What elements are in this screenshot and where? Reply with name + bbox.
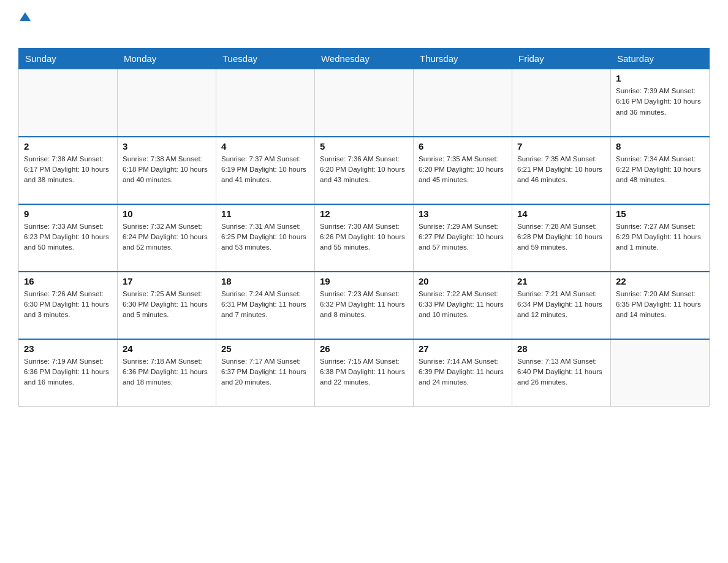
day-info: Sunrise: 7:25 AM Sunset: 6:30 PM Dayligh…	[123, 289, 211, 321]
calendar-week-row: 23Sunrise: 7:19 AM Sunset: 6:36 PM Dayli…	[19, 339, 710, 407]
calendar-week-row: 2Sunrise: 7:38 AM Sunset: 6:17 PM Daylig…	[19, 137, 710, 204]
day-info: Sunrise: 7:31 AM Sunset: 6:25 PM Dayligh…	[221, 221, 309, 253]
day-number: 24	[123, 343, 211, 354]
calendar-week-row: 1Sunrise: 7:39 AM Sunset: 6:16 PM Daylig…	[19, 69, 710, 137]
day-number: 19	[320, 276, 408, 286]
day-info: Sunrise: 7:27 AM Sunset: 6:29 PM Dayligh…	[616, 221, 704, 253]
day-info: Sunrise: 7:36 AM Sunset: 6:20 PM Dayligh…	[320, 154, 408, 186]
day-of-week-header: Wednesday	[315, 48, 414, 69]
day-info: Sunrise: 7:38 AM Sunset: 6:18 PM Dayligh…	[123, 154, 211, 186]
calendar-day-cell: 25Sunrise: 7:17 AM Sunset: 6:37 PM Dayli…	[216, 339, 315, 407]
day-info: Sunrise: 7:23 AM Sunset: 6:32 PM Dayligh…	[320, 289, 408, 321]
calendar-day-cell: 22Sunrise: 7:20 AM Sunset: 6:35 PM Dayli…	[611, 272, 710, 339]
day-info: Sunrise: 7:18 AM Sunset: 6:36 PM Dayligh…	[123, 356, 211, 388]
day-of-week-header: Saturday	[611, 48, 710, 69]
day-of-week-header: Thursday	[414, 48, 512, 69]
calendar-day-cell: 28Sunrise: 7:13 AM Sunset: 6:40 PM Dayli…	[512, 339, 611, 407]
calendar-day-cell: 26Sunrise: 7:15 AM Sunset: 6:38 PM Dayli…	[315, 339, 414, 407]
calendar-day-cell: 21Sunrise: 7:21 AM Sunset: 6:34 PM Dayli…	[512, 272, 611, 339]
day-number: 5	[320, 141, 408, 151]
calendar-day-cell: 14Sunrise: 7:28 AM Sunset: 6:28 PM Dayli…	[512, 204, 611, 272]
day-number: 20	[419, 276, 507, 286]
calendar-day-cell: 6Sunrise: 7:35 AM Sunset: 6:20 PM Daylig…	[414, 137, 512, 204]
day-number: 28	[517, 343, 605, 354]
day-info: Sunrise: 7:28 AM Sunset: 6:28 PM Dayligh…	[517, 221, 605, 253]
calendar-day-cell: 16Sunrise: 7:26 AM Sunset: 6:30 PM Dayli…	[19, 272, 118, 339]
day-of-week-header: Monday	[118, 48, 216, 69]
day-number: 22	[616, 276, 704, 286]
day-number: 11	[221, 209, 309, 219]
calendar-table: SundayMondayTuesdayWednesdayThursdayFrid…	[18, 48, 710, 407]
day-info: Sunrise: 7:17 AM Sunset: 6:37 PM Dayligh…	[221, 356, 309, 388]
day-info: Sunrise: 7:19 AM Sunset: 6:36 PM Dayligh…	[24, 356, 112, 388]
calendar-day-cell: 19Sunrise: 7:23 AM Sunset: 6:32 PM Dayli…	[315, 272, 414, 339]
calendar-day-cell	[611, 339, 710, 407]
day-info: Sunrise: 7:20 AM Sunset: 6:35 PM Dayligh…	[616, 289, 704, 321]
calendar-day-cell: 24Sunrise: 7:18 AM Sunset: 6:36 PM Dayli…	[118, 339, 216, 407]
calendar-day-cell: 12Sunrise: 7:30 AM Sunset: 6:26 PM Dayli…	[315, 204, 414, 272]
calendar-day-cell: 13Sunrise: 7:29 AM Sunset: 6:27 PM Dayli…	[414, 204, 512, 272]
calendar-day-cell: 11Sunrise: 7:31 AM Sunset: 6:25 PM Dayli…	[216, 204, 315, 272]
calendar-day-cell	[512, 69, 611, 137]
calendar-day-cell	[19, 69, 118, 137]
calendar-day-cell	[315, 69, 414, 137]
day-number: 12	[320, 209, 408, 219]
day-info: Sunrise: 7:24 AM Sunset: 6:31 PM Dayligh…	[221, 289, 309, 321]
day-info: Sunrise: 7:35 AM Sunset: 6:20 PM Dayligh…	[419, 154, 507, 186]
day-of-week-header: Tuesday	[216, 48, 315, 69]
day-info: Sunrise: 7:33 AM Sunset: 6:23 PM Dayligh…	[24, 221, 112, 253]
calendar-day-cell	[414, 69, 512, 137]
day-info: Sunrise: 7:32 AM Sunset: 6:24 PM Dayligh…	[123, 221, 211, 253]
day-number: 2	[24, 141, 112, 151]
day-number: 13	[419, 209, 507, 219]
day-info: Sunrise: 7:13 AM Sunset: 6:40 PM Dayligh…	[517, 356, 605, 388]
day-number: 16	[24, 276, 112, 286]
calendar-day-cell: 7Sunrise: 7:35 AM Sunset: 6:21 PM Daylig…	[512, 137, 611, 204]
day-info: Sunrise: 7:15 AM Sunset: 6:38 PM Dayligh…	[320, 356, 408, 388]
calendar-week-row: 16Sunrise: 7:26 AM Sunset: 6:30 PM Dayli…	[19, 272, 710, 339]
day-number: 27	[419, 343, 507, 354]
calendar-day-cell: 23Sunrise: 7:19 AM Sunset: 6:36 PM Dayli…	[19, 339, 118, 407]
day-of-week-header: Friday	[512, 48, 611, 69]
calendar-day-cell: 27Sunrise: 7:14 AM Sunset: 6:39 PM Dayli…	[414, 339, 512, 407]
day-info: Sunrise: 7:14 AM Sunset: 6:39 PM Dayligh…	[419, 356, 507, 388]
calendar-day-cell: 5Sunrise: 7:36 AM Sunset: 6:20 PM Daylig…	[315, 137, 414, 204]
day-of-week-header: Sunday	[19, 48, 118, 69]
calendar-header-row: SundayMondayTuesdayWednesdayThursdayFrid…	[19, 48, 710, 69]
logo: General	[18, 12, 71, 36]
day-number: 4	[221, 141, 309, 151]
day-number: 21	[517, 276, 605, 286]
day-number: 25	[221, 343, 309, 354]
day-info: Sunrise: 7:29 AM Sunset: 6:27 PM Dayligh…	[419, 221, 507, 253]
calendar-day-cell	[216, 69, 315, 137]
day-number: 15	[616, 209, 704, 219]
day-info: Sunrise: 7:21 AM Sunset: 6:34 PM Dayligh…	[517, 289, 605, 321]
calendar-day-cell: 3Sunrise: 7:38 AM Sunset: 6:18 PM Daylig…	[118, 137, 216, 204]
calendar-day-cell: 1Sunrise: 7:39 AM Sunset: 6:16 PM Daylig…	[611, 69, 710, 137]
calendar-day-cell: 9Sunrise: 7:33 AM Sunset: 6:23 PM Daylig…	[19, 204, 118, 272]
day-number: 1	[616, 73, 704, 83]
day-number: 17	[123, 276, 211, 286]
day-info: Sunrise: 7:37 AM Sunset: 6:19 PM Dayligh…	[221, 154, 309, 186]
day-info: Sunrise: 7:39 AM Sunset: 6:16 PM Dayligh…	[616, 86, 704, 118]
day-number: 26	[320, 343, 408, 354]
day-number: 9	[24, 209, 112, 219]
day-info: Sunrise: 7:30 AM Sunset: 6:26 PM Dayligh…	[320, 221, 408, 253]
day-number: 3	[123, 141, 211, 151]
calendar-day-cell: 17Sunrise: 7:25 AM Sunset: 6:30 PM Dayli…	[118, 272, 216, 339]
calendar-day-cell: 8Sunrise: 7:34 AM Sunset: 6:22 PM Daylig…	[611, 137, 710, 204]
calendar-week-row: 9Sunrise: 7:33 AM Sunset: 6:23 PM Daylig…	[19, 204, 710, 272]
day-info: Sunrise: 7:22 AM Sunset: 6:33 PM Dayligh…	[419, 289, 507, 321]
day-number: 7	[517, 141, 605, 151]
day-info: Sunrise: 7:34 AM Sunset: 6:22 PM Dayligh…	[616, 154, 704, 186]
calendar-day-cell	[118, 69, 216, 137]
day-info: Sunrise: 7:35 AM Sunset: 6:21 PM Dayligh…	[517, 154, 605, 186]
day-info: Sunrise: 7:26 AM Sunset: 6:30 PM Dayligh…	[24, 289, 112, 321]
day-number: 18	[221, 276, 309, 286]
calendar-day-cell: 4Sunrise: 7:37 AM Sunset: 6:19 PM Daylig…	[216, 137, 315, 204]
calendar-day-cell: 18Sunrise: 7:24 AM Sunset: 6:31 PM Dayli…	[216, 272, 315, 339]
day-number: 8	[616, 141, 704, 151]
calendar-day-cell: 2Sunrise: 7:38 AM Sunset: 6:17 PM Daylig…	[19, 137, 118, 204]
day-number: 6	[419, 141, 507, 151]
calendar-day-cell: 10Sunrise: 7:32 AM Sunset: 6:24 PM Dayli…	[118, 204, 216, 272]
